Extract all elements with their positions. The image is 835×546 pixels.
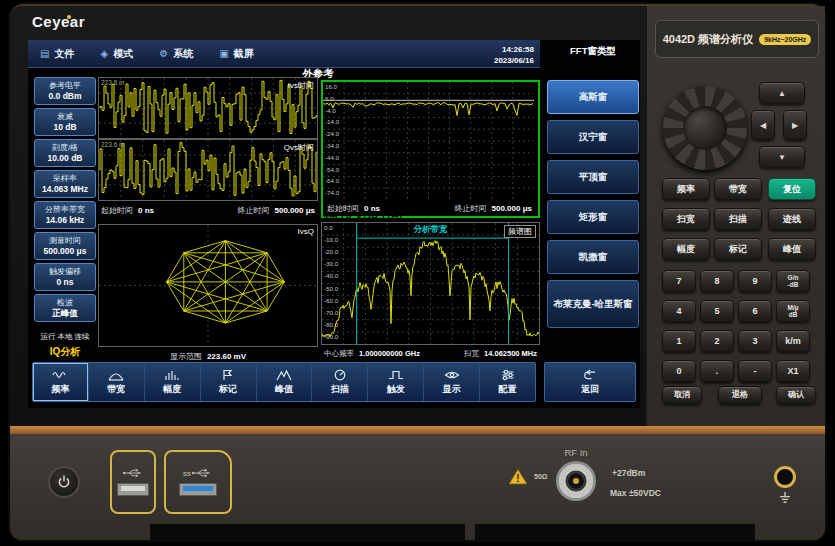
sidebar-param-attenuation[interactable]: 衰减10 dB — [34, 108, 96, 136]
fkey-marker[interactable]: 标记 — [714, 238, 762, 260]
toolbar-bandwidth[interactable]: 带宽 — [89, 363, 145, 401]
param-label: 衰减 — [57, 113, 73, 121]
frequency-range-badge: 9kHz~20GHz — [759, 34, 811, 45]
parameter-sidebar: 参考电平0.0 dBm衰减10 dB刻度/格10.00 dB采样率14.063 … — [34, 77, 96, 322]
fkey-amplitude[interactable]: 幅度 — [662, 238, 710, 260]
sidebar-param-measure-time[interactable]: 测量时间500.000 μs — [34, 232, 96, 260]
key-minus[interactable]: - — [738, 360, 772, 382]
toolbar-trigger[interactable]: 触发 — [368, 363, 424, 401]
fft-window-blackman-harris[interactable]: 布莱克曼-哈里斯窗 — [547, 280, 639, 328]
toolbar-label: 频率 — [51, 383, 69, 396]
svg-text:-30.0: -30.0 — [324, 260, 339, 267]
lcd-screen: ▤文件◈模式⚙系统▣截屏 14:26:58 2023/06/16 外参考 参考电… — [28, 40, 640, 408]
menu-item-system[interactable]: ⚙系统 — [159, 47, 193, 61]
toolbar-display[interactable]: 显示 — [424, 363, 480, 401]
menu-item-screenshot[interactable]: ▣截屏 — [219, 47, 253, 61]
svg-text:-10.0: -10.0 — [324, 236, 339, 243]
param-value: 10.00 dB — [48, 154, 83, 163]
trigger-icon — [388, 369, 404, 381]
key-cancel[interactable]: 取消 — [662, 386, 702, 404]
fft-window-kaiser[interactable]: 凯撒窗 — [547, 240, 639, 274]
arrow-key-down[interactable]: ▼ — [759, 146, 805, 168]
key-confirm[interactable]: 确认 — [776, 386, 816, 404]
run-status: 运行 本地 连续 — [30, 332, 100, 342]
toolbar-sweep[interactable]: 扫描 — [312, 363, 368, 401]
fft-window-gaussian[interactable]: 高斯窗 — [547, 80, 639, 114]
back-button[interactable]: 返回 — [544, 362, 636, 402]
toolbar-peak[interactable]: 峰值 — [257, 363, 313, 401]
key-6[interactable]: 6 — [738, 300, 772, 322]
fft-window-flattop[interactable]: 平顶窗 — [547, 160, 639, 194]
toolbar-amplitude[interactable]: 幅度 — [145, 363, 201, 401]
key-1[interactable]: 1 — [662, 330, 696, 352]
model-label: 4042D 频谱分析仪 — [663, 32, 753, 47]
spectrogram-label[interactable]: 频谱图 — [504, 225, 536, 238]
fkey-trace[interactable]: 迹线 — [768, 208, 816, 230]
key-8[interactable]: 8 — [700, 270, 734, 292]
toolbar-frequency[interactable]: 频率 — [33, 363, 89, 401]
display-range: 显示范围223.60 mV — [170, 351, 246, 362]
fkey-sweep[interactable]: 扫描 — [714, 208, 762, 230]
fkey-reset[interactable]: 复位 — [768, 178, 816, 200]
sidebar-param-sample-rate[interactable]: 采样率14.063 MHz — [34, 170, 96, 198]
amp-time-axis-row: 起始时间0 ns 终止时间500.000 μs — [324, 201, 535, 216]
key-4[interactable]: 4 — [662, 300, 696, 322]
key-3[interactable]: 3 — [738, 330, 772, 352]
key-backspace[interactable]: 退格 — [718, 386, 762, 404]
fkey-span[interactable]: 扫宽 — [662, 208, 710, 230]
svg-text:-74.0: -74.0 — [325, 189, 340, 196]
toolbar-label: 触发 — [387, 383, 405, 396]
param-label: 分辨率带宽 — [45, 206, 85, 214]
fft-window-rectangular[interactable]: 矩形窗 — [547, 200, 639, 234]
spectrum-plot: 0.0-10.0-20.0-30.0-40.0-50.0-60.0-70.0-8… — [321, 222, 540, 345]
key-dot[interactable]: . — [700, 360, 734, 382]
key-0[interactable]: 0 — [662, 360, 696, 382]
key-g-n[interactable]: G/n -dB — [776, 270, 810, 292]
sweep-icon — [332, 369, 348, 381]
rotary-knob[interactable] — [663, 86, 747, 170]
param-value: 10 dB — [53, 123, 76, 132]
measurement-mode[interactable]: IQ分析 — [30, 345, 100, 359]
toolbar-label: 峰值 — [275, 383, 293, 396]
key-k-m[interactable]: k/m — [776, 330, 810, 352]
key-2[interactable]: 2 — [700, 330, 734, 352]
key-7[interactable]: 7 — [662, 270, 696, 292]
fft-window-label: 矩形窗 — [579, 211, 608, 224]
sidebar-param-scale-per-div[interactable]: 刻度/格10.00 dB — [34, 139, 96, 167]
key-5[interactable]: 5 — [700, 300, 734, 322]
arrow-key-right[interactable]: ▶ — [783, 110, 807, 140]
fkey-bandwidth[interactable]: 带宽 — [714, 178, 762, 200]
menu-item-label: 截屏 — [234, 47, 254, 61]
fkey-frequency[interactable]: 频率 — [662, 178, 710, 200]
clock: 14:26:58 2023/06/16 — [494, 44, 534, 66]
toolbar-marker[interactable]: 标记 — [201, 363, 257, 401]
key-m-u[interactable]: M/µ dB — [776, 300, 810, 322]
key-x1[interactable]: X1 — [776, 360, 810, 382]
arrow-key-up[interactable]: ▲ — [759, 82, 805, 104]
rotary-knob-center[interactable] — [683, 106, 727, 150]
svg-text:-70.0: -70.0 — [324, 309, 339, 316]
spectrum-analyzer: Ceyear ▤文件◈模式⚙系统▣截屏 14:26:58 2023/06/16 … — [10, 4, 825, 540]
menu-item-mode[interactable]: ◈模式 — [100, 47, 133, 61]
param-value: 正峰值 — [52, 309, 78, 318]
param-value: 500.000 μs — [43, 247, 86, 256]
arrow-key-left[interactable]: ◀ — [751, 110, 775, 140]
sidebar-param-trigger-offset[interactable]: 触发偏移0 ns — [34, 263, 96, 291]
amplitude-vs-time-plot[interactable]: 16.06.0-4.0-14.0-24.0-34.0-44.0-54.0-64.… — [321, 80, 540, 218]
menu-item-file[interactable]: ▤文件 — [40, 47, 74, 61]
fft-window-hanning[interactable]: 汉宁窗 — [547, 120, 639, 154]
usb3-receptacle — [179, 483, 217, 496]
sidebar-param-detector[interactable]: 检波正峰值 — [34, 294, 96, 322]
sidebar-param-rbw[interactable]: 分辨率带宽14.06 kHz — [34, 201, 96, 229]
toolbar-config[interactable]: 配置 — [480, 363, 535, 401]
svg-text:-4.0: -4.0 — [325, 107, 336, 114]
fkey-peak[interactable]: 峰值 — [768, 238, 816, 260]
center-frequency: 中心频率1.000000000 GHz — [324, 349, 420, 359]
sidebar-param-ref-level[interactable]: 参考电平0.0 dBm — [34, 77, 96, 105]
warning-icon: ! — [508, 468, 528, 489]
usb3-tongue — [183, 486, 213, 491]
param-label: 触发偏移 — [49, 268, 81, 276]
power-button[interactable] — [48, 466, 80, 498]
key-9[interactable]: 9 — [738, 270, 772, 292]
device-foot-left — [150, 524, 465, 540]
